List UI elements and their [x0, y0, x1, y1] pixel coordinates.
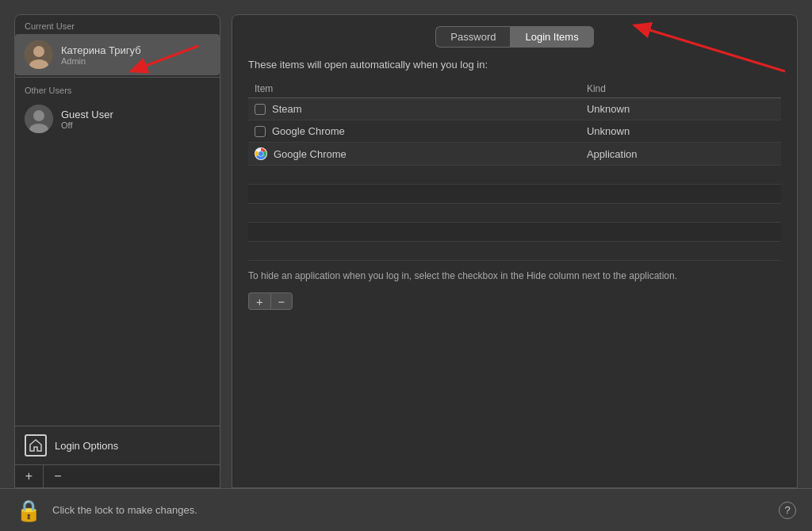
table-row[interactable]: Steam Unknown [248, 98, 781, 120]
empty-row [248, 166, 781, 185]
panel-body: These items will open automatically when… [232, 48, 797, 487]
svg-point-1 [33, 46, 44, 57]
avatar-current [25, 40, 53, 69]
guest-user-role: Off [61, 120, 113, 130]
items-table: Item Kind Steam [248, 80, 781, 261]
sidebar-divider-1 [15, 77, 220, 78]
current-user-role: Admin [61, 56, 141, 66]
item-cell-content: Google Chrome [255, 147, 574, 160]
panel-remove-button[interactable]: − [270, 292, 293, 310]
guest-user-info: Guest User Off [61, 109, 113, 130]
sidebar-add-button[interactable]: + [15, 465, 44, 487]
svg-point-8 [259, 151, 263, 156]
guest-user-name: Guest User [61, 109, 113, 120]
other-users-label: Other Users [15, 79, 220, 98]
avatar-guest [25, 105, 53, 133]
bottom-bar: 🔒 Click the lock to make changes. ? [0, 488, 812, 531]
sidebar-spacer [15, 139, 220, 426]
lock-icon[interactable]: 🔒 [16, 500, 41, 521]
table-row[interactable]: Google Chrome Application [248, 143, 781, 166]
content-area: Current User Катерина Тригуб Admin [0, 0, 812, 488]
help-button[interactable]: ? [779, 502, 796, 519]
item-name-chrome1: Google Chrome [272, 125, 345, 137]
tab-password[interactable]: Password [435, 26, 510, 48]
item-cell-steam: Steam [248, 98, 580, 120]
guest-user-item[interactable]: Guest User Off [15, 98, 220, 139]
current-user-info: Катерина Тригуб Admin [61, 44, 141, 66]
panel-footer-text: To hide an application when you log in, … [248, 269, 781, 283]
item-cell-chrome1: Google Chrome [248, 120, 580, 143]
table-row[interactable]: Google Chrome Unknown [248, 120, 781, 143]
chrome-icon [255, 147, 267, 160]
tabs-row: Password Login Items [232, 15, 797, 48]
panel-description: These items will open automatically when… [248, 59, 781, 71]
main-container: Current User Катерина Тригуб Admin [0, 0, 812, 531]
item-name-steam: Steam [272, 103, 302, 115]
sidebar-bottom: Login Options [15, 426, 220, 464]
item-name-chrome2: Google Chrome [274, 148, 347, 160]
current-user-item[interactable]: Катерина Тригуб Admin [15, 34, 220, 75]
empty-row [248, 204, 781, 223]
tab-login-items[interactable]: Login Items [510, 26, 593, 48]
item-cell-content: Google Chrome [255, 125, 574, 137]
empty-row [248, 223, 781, 242]
login-options-label: Login Options [55, 440, 118, 452]
empty-row [248, 185, 781, 204]
item-cell-content: Steam [255, 103, 574, 115]
kind-cell-steam: Unknown [580, 98, 781, 120]
checkbox-steam[interactable] [255, 104, 266, 115]
lock-text: Click the lock to make changes. [52, 504, 197, 516]
sidebar-remove-button[interactable]: − [44, 465, 72, 487]
svg-point-4 [33, 110, 44, 121]
sidebar: Current User Катерина Тригуб Admin [14, 14, 220, 488]
checkbox-chrome1[interactable] [255, 126, 266, 137]
col-item-header: Item [248, 80, 580, 98]
panel-add-button[interactable]: + [248, 292, 270, 310]
empty-row [248, 242, 781, 261]
login-options-item[interactable]: Login Options [15, 426, 220, 464]
item-cell-chrome2: Google Chrome [248, 143, 580, 166]
kind-cell-chrome2: Application [580, 143, 781, 166]
right-panel: Password Login Items These items will op… [232, 14, 798, 488]
avatar-img-current [25, 40, 53, 69]
add-remove-panel: + − [248, 292, 781, 310]
current-user-name: Катерина Тригуб [61, 44, 141, 56]
sidebar-add-remove: + − [15, 464, 220, 487]
col-kind-header: Kind [580, 80, 781, 98]
home-icon [25, 434, 47, 457]
kind-cell-chrome1: Unknown [580, 120, 781, 143]
current-user-label: Current User [15, 15, 220, 34]
